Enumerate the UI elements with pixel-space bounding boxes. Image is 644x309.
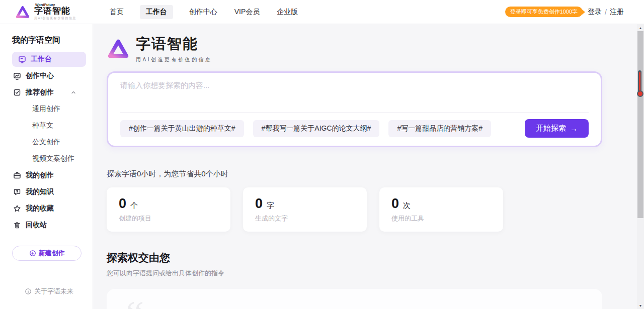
hero-title: 字语智能 — [136, 34, 212, 54]
main-menu: 首页 工作台 创作中心 VIP会员 企业版 — [109, 5, 299, 19]
sidebar-title: 我的字语空间 — [12, 35, 86, 46]
sidebar-subitem-general-creation[interactable]: 通用创作 — [12, 101, 86, 117]
stat-label: 生成的文字 — [255, 214, 355, 223]
sidebar-item-creation-center[interactable]: 创作中心 — [12, 68, 86, 83]
top-navbar: WordFuture 字语智能 用AI创造更有价值的信息 首页 工作台 创作中心… — [0, 0, 644, 24]
stats-cards: 0 个 创建的项目 0 字 生成的文字 0 次 使用的工具 — [107, 187, 644, 232]
stat-value: 0 — [119, 196, 126, 212]
thermometer-icon — [637, 70, 643, 97]
briefcase-icon — [13, 171, 26, 179]
sidebar-item-label: 我的创作 — [26, 171, 54, 180]
nav-item-workbench[interactable]: 工作台 — [140, 5, 173, 19]
example-prompt-beijing-guide[interactable]: 嘿，帮我创作一篇北京出游攻略 — [319, 301, 589, 309]
hero-tagline: 用AI创造更有价值的信息 — [136, 56, 212, 63]
triangle-logo-icon — [15, 5, 30, 20]
sidebar-item-label: 我的收藏 — [26, 204, 54, 213]
stat-unit: 个 — [130, 201, 138, 211]
stat-unit: 字 — [267, 201, 274, 211]
sidebar-item-label: 回收站 — [26, 221, 47, 230]
stat-label: 使用的工具 — [391, 214, 491, 223]
sidebar-item-label: 我的知识 — [26, 187, 54, 196]
suggestion-chip-huangshan[interactable]: #创作一篇关于黄山出游的种草文# — [120, 120, 244, 137]
main-content: 字语智能 用AI创造更有价值的信息 #创作一篇关于黄山出游的种草文# #帮我写一… — [93, 24, 644, 309]
suggestion-chip-dessert[interactable]: #写一篇甜品店的营销方案# — [388, 120, 491, 137]
workbench-icon — [18, 55, 31, 63]
sidebar-subitem-video-script[interactable]: 视频文案创作 — [12, 151, 86, 166]
quote-icon: “ — [126, 304, 144, 309]
sidebar-item-my-knowledge[interactable]: 我的知识 — [12, 184, 86, 199]
suggestion-chip-aigc[interactable]: #帮我写一篇关于AIGC的论文大纲# — [253, 120, 380, 137]
stat-label: 创建的项目 — [119, 214, 218, 223]
sidebar-item-label: 推荐创作 — [26, 88, 54, 97]
search-panel: #创作一篇关于黄山出游的种草文# #帮我写一篇关于AIGC的论文大纲# #写一篇… — [107, 71, 602, 147]
sidebar-subitem-seeding-article[interactable]: 种草文 — [12, 118, 86, 133]
sidebar: 我的字语空间 工作台 创作中心 推荐创作 — [0, 24, 93, 309]
star-icon — [13, 204, 26, 213]
new-creation-button[interactable]: 新建创作 — [12, 246, 82, 261]
scroll-down-arrow[interactable]: ▼ — [637, 302, 644, 309]
brand-tagline: 用AI创造更有价值的信息 — [34, 16, 76, 21]
recommend-icon — [13, 88, 26, 96]
nav-item-vip[interactable]: VIP会员 — [233, 5, 261, 19]
suggestion-chips-row: #创作一篇关于黄山出游的种草文# #帮我写一篇关于AIGC的论文大纲# #写一篇… — [120, 112, 589, 138]
hero-brand: 字语智能 用AI创造更有价值的信息 — [107, 34, 644, 63]
promo-badge[interactable]: 登录即可享免费创作1000字 — [505, 7, 583, 17]
register-link[interactable]: 注册 — [610, 8, 624, 17]
sidebar-item-workbench[interactable]: 工作台 — [12, 52, 86, 67]
stat-unit: 次 — [403, 201, 411, 211]
sidebar-item-my-creations[interactable]: 我的创作 — [12, 168, 86, 183]
about-wordfuture-link[interactable]: 关于字语未来 — [12, 287, 86, 296]
sidebar-subitem-official-document[interactable]: 公文创作 — [12, 135, 86, 150]
brand-logo[interactable]: WordFuture 字语智能 用AI创造更有价值的信息 — [15, 3, 76, 21]
chevron-up-icon — [70, 89, 81, 95]
search-input[interactable] — [120, 81, 589, 110]
trash-icon — [13, 221, 26, 229]
creation-center-icon — [13, 72, 26, 80]
sidebar-item-label: 创作中心 — [26, 71, 54, 80]
scroll-up-arrow[interactable]: ▲ — [637, 24, 644, 31]
auth-links: 登录 / 注册 — [588, 8, 624, 17]
sidebar-item-recommended[interactable]: 推荐创作 — [12, 85, 86, 100]
knowledge-icon — [13, 188, 26, 196]
sidebar-item-label: 工作台 — [31, 55, 52, 64]
stats-summary: 探索字语0小时，为您节省共0个小时 — [107, 169, 644, 179]
example-prompts-card: “ 字语智能是什么? 嘿，帮我创作一篇北京出游攻略 — [107, 289, 602, 309]
login-link[interactable]: 登录 — [588, 8, 602, 17]
stat-card-tools: 0 次 使用的工具 — [379, 187, 503, 232]
stat-value: 0 — [255, 196, 263, 212]
scrollbar[interactable]: ▲ ▼ — [637, 24, 644, 309]
arrow-right-icon: → — [570, 124, 578, 133]
info-circle-icon — [25, 288, 32, 295]
brand-name: 字语智能 — [34, 7, 76, 16]
nav-right: 登录即可享免费创作1000字 登录 / 注册 — [505, 7, 624, 17]
plus-circle-icon — [29, 250, 36, 257]
triangle-logo-icon — [107, 37, 130, 60]
auth-separator: / — [605, 8, 607, 16]
explore-section-subtitle: 您可以向字语提问或给出具体创作的指令 — [107, 269, 644, 278]
sidebar-item-favorites[interactable]: 我的收藏 — [12, 201, 86, 216]
nav-item-enterprise[interactable]: 企业版 — [276, 5, 299, 19]
scroll-thumb[interactable] — [637, 31, 643, 218]
nav-item-home[interactable]: 首页 — [109, 5, 125, 19]
start-explore-button[interactable]: 开始探索 → — [525, 119, 589, 138]
stat-value: 0 — [391, 196, 399, 212]
stat-card-projects: 0 个 创建的项目 — [107, 187, 230, 232]
stat-card-words: 0 字 生成的文字 — [243, 187, 367, 232]
nav-item-creation-center[interactable]: 创作中心 — [188, 5, 218, 19]
example-prompt-what-is[interactable]: “ 字语智能是什么? — [121, 301, 319, 309]
explore-section-title: 探索权交由您 — [107, 251, 644, 265]
sidebar-item-recycle-bin[interactable]: 回收站 — [12, 218, 86, 233]
